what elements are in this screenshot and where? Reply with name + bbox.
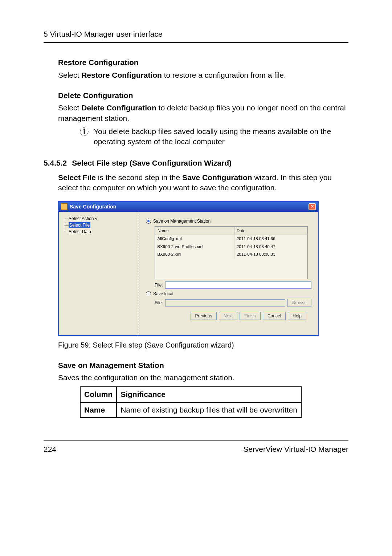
save-mgmt-desc: Saves the configuration on the managemen… — [58, 373, 348, 383]
header-rule — [44, 42, 348, 43]
wizard-steps-tree: ┌─Select Action √ ├─Select File └─Select… — [59, 212, 139, 335]
info-icon — [79, 126, 89, 139]
col-header-date[interactable]: Date — [234, 227, 307, 235]
table-row[interactable]: BX900-2-wo-Profiles.xml2011-04-18 08:40:… — [155, 243, 307, 251]
restore-text: Select Restore Configuration to restore … — [58, 70, 348, 80]
browse-button[interactable]: Browse — [287, 299, 311, 307]
significance-table: Column Significance Name Name of existin… — [80, 386, 302, 418]
radio-save-local[interactable]: Save local — [146, 291, 311, 297]
col-header-name[interactable]: Name — [155, 227, 234, 235]
file-input-mgmt[interactable] — [165, 281, 311, 289]
radio-selected-icon — [146, 219, 151, 224]
tree-step-select-data[interactable]: Select Data — [69, 229, 91, 234]
cancel-button[interactable]: Cancel — [263, 312, 286, 320]
page-number: 224 — [44, 444, 56, 454]
file-input-local[interactable] — [165, 299, 285, 307]
delete-note: You delete backup files saved locally us… — [94, 126, 348, 147]
sig-row-name-key: Name — [80, 402, 117, 418]
svg-rect-2 — [84, 130, 85, 134]
finish-button[interactable]: Finish — [240, 312, 261, 320]
sig-row-name-val: Name of existing backup files that will … — [117, 402, 301, 418]
restore-heading: Restore Configuration — [58, 57, 348, 68]
sig-th-column: Column — [80, 387, 117, 402]
running-head: 5 Virtual-IO Manager user interface — [44, 29, 348, 39]
table-row[interactable]: AllConfig.xml2011-04-18 08:41:39 — [155, 235, 307, 243]
radio-save-mgmt[interactable]: Save on Management Station — [146, 218, 311, 224]
wizard-title: Save Configuration — [70, 203, 116, 210]
sig-th-significance: Significance — [117, 387, 301, 402]
section-heading: 5.4.5.2 Select File step (Save Configura… — [44, 158, 348, 168]
help-button[interactable]: Help — [288, 312, 306, 320]
save-configuration-wizard: Save Configuration ✕ ┌─Select Action √ ├… — [58, 201, 319, 336]
file-list[interactable]: Name Date AllConfig.xml2011-04-18 08:41:… — [155, 226, 308, 279]
footer-product: ServerView Virtual-IO Manager — [243, 444, 348, 454]
close-icon[interactable]: ✕ — [309, 203, 316, 210]
figure-caption: Figure 59: Select File step (Save Config… — [58, 340, 348, 350]
tree-step-select-file[interactable]: Select File — [69, 222, 90, 228]
svg-point-1 — [83, 129, 85, 130]
delete-text: Select Delete Configuration to delete ba… — [58, 103, 348, 123]
file-label-1: File: — [155, 282, 163, 288]
tree-step-select-action[interactable]: Select Action √ — [69, 216, 97, 221]
radio-unselected-icon — [146, 291, 151, 296]
next-button[interactable]: Next — [219, 312, 237, 320]
wizard-titlebar[interactable]: Save Configuration ✕ — [59, 202, 318, 212]
app-icon — [61, 203, 68, 210]
table-row[interactable]: BX900-2.xml2011-04-18 08:38:33 — [155, 251, 307, 259]
delete-heading: Delete Configuration — [58, 90, 348, 101]
footer-rule — [44, 440, 348, 441]
file-label-2: File: — [155, 300, 163, 306]
previous-button[interactable]: Previous — [191, 312, 217, 320]
save-mgmt-heading: Save on Management Station — [58, 360, 348, 370]
section-para: Select File is the second step in the Sa… — [58, 173, 348, 193]
